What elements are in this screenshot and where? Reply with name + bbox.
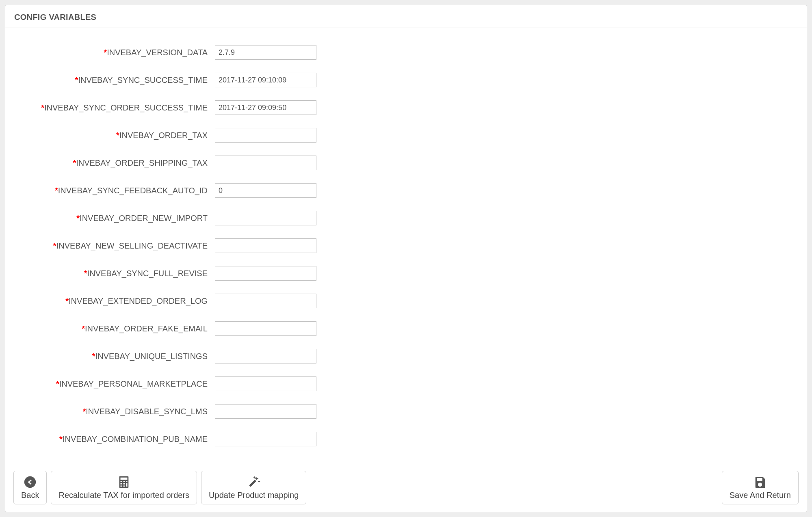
config-label: *INVEBAY_SYNC_FEEDBACK_AUTO_ID (15, 186, 215, 195)
footer-spacer (310, 471, 717, 504)
required-asterisk: * (84, 269, 87, 278)
config-row: *INVEBAY_ORDER_NEW_IMPORT (15, 204, 797, 232)
config-label: *INVEBAY_UNIQUE_LISTINGS (15, 352, 215, 361)
required-asterisk: * (55, 186, 58, 195)
config-row: *INVEBAY_VERSION_DATA (15, 39, 797, 66)
config-input-cell (215, 45, 316, 60)
config-label-text: INVEBAY_VERSION_DATA (107, 48, 208, 57)
config-row: *INVEBAY_DISABLE_SYNC_LMS (15, 398, 797, 425)
config-input-cell (215, 238, 316, 253)
config-input-cell (215, 211, 316, 225)
config-row: *INVEBAY_SYNC_FEEDBACK_AUTO_ID (15, 177, 797, 204)
config-input[interactable] (215, 432, 316, 446)
update-product-mapping-button-label: Update Product mapping (209, 491, 299, 500)
config-label-text: INVEBAY_SYNC_SUCCESS_TIME (78, 76, 208, 84)
calculator-icon (117, 474, 131, 490)
config-label-text: INVEBAY_ORDER_TAX (119, 131, 208, 140)
back-button[interactable]: Back (13, 471, 47, 504)
config-input[interactable] (215, 211, 316, 225)
save-and-return-button[interactable]: Save And Return (722, 471, 799, 504)
config-label: *INVEBAY_SYNC_SUCCESS_TIME (15, 76, 215, 85)
recalculate-tax-button[interactable]: Recalculate TAX for imported orders (51, 471, 197, 504)
config-row: *INVEBAY_SYNC_FULL_REVISE (15, 260, 797, 287)
arrow-left-circle-icon (23, 474, 37, 490)
config-variables-panel: CONFIG VARIABLES *INVEBAY_VERSION_DATA*I… (5, 5, 807, 512)
config-input-cell (215, 321, 316, 336)
required-asterisk: * (104, 48, 107, 57)
required-asterisk: * (59, 435, 63, 443)
config-label: *INVEBAY_VERSION_DATA (15, 48, 215, 57)
config-input[interactable] (215, 73, 316, 87)
config-input-cell (215, 404, 316, 419)
config-row: *INVEBAY_EXTENDED_ORDER_LOG (15, 287, 797, 315)
floppy-disk-icon (753, 474, 767, 490)
config-row: *INVEBAY_ORDER_FAKE_EMAIL (15, 315, 797, 342)
panel-header: CONFIG VARIABLES (5, 5, 807, 28)
required-asterisk: * (92, 352, 95, 361)
config-input[interactable] (215, 183, 316, 198)
config-label-text: INVEBAY_DISABLE_SYNC_LMS (86, 407, 208, 416)
config-label-text: INVEBAY_NEW_SELLING_DEACTIVATE (56, 241, 208, 250)
config-label: *INVEBAY_ORDER_SHIPPING_TAX (15, 158, 215, 168)
required-asterisk: * (65, 296, 69, 305)
config-label-text: INVEBAY_ORDER_SHIPPING_TAX (76, 158, 208, 167)
config-label-text: INVEBAY_UNIQUE_LISTINGS (95, 352, 208, 361)
config-label-text: INVEBAY_SYNC_ORDER_SUCCESS_TIME (44, 103, 208, 112)
config-label: *INVEBAY_ORDER_TAX (15, 131, 215, 140)
config-label-text: INVEBAY_PERSONAL_MARKETPLACE (59, 379, 208, 388)
config-row: *INVEBAY_UNIQUE_LISTINGS (15, 342, 797, 370)
config-label-text: INVEBAY_EXTENDED_ORDER_LOG (69, 296, 208, 305)
config-row: *INVEBAY_ORDER_SHIPPING_TAX (15, 149, 797, 177)
panel-body: *INVEBAY_VERSION_DATA*INVEBAY_SYNC_SUCCE… (5, 28, 807, 464)
config-input[interactable] (215, 128, 316, 143)
config-input[interactable] (215, 349, 316, 363)
config-label: *INVEBAY_SYNC_FULL_REVISE (15, 269, 215, 278)
config-input-cell (215, 376, 316, 391)
required-asterisk: * (82, 324, 85, 333)
config-input-cell (215, 128, 316, 143)
config-input-cell (215, 294, 316, 308)
config-label-text: INVEBAY_SYNC_FULL_REVISE (87, 269, 208, 278)
recalculate-tax-button-label: Recalculate TAX for imported orders (58, 491, 189, 500)
config-input[interactable] (215, 100, 316, 115)
config-row: *INVEBAY_SYNC_ORDER_SUCCESS_TIME (15, 94, 797, 121)
config-input[interactable] (215, 321, 316, 336)
config-input[interactable] (215, 404, 316, 419)
back-button-label: Back (21, 491, 39, 500)
config-label: *INVEBAY_EXTENDED_ORDER_LOG (15, 296, 215, 306)
required-asterisk: * (41, 103, 44, 112)
config-label-text: INVEBAY_ORDER_FAKE_EMAIL (85, 324, 208, 333)
config-input-cell (215, 156, 316, 170)
config-input-cell (215, 73, 316, 87)
config-input[interactable] (215, 156, 316, 170)
config-input[interactable] (215, 376, 316, 391)
config-input-cell (215, 266, 316, 281)
config-input[interactable] (215, 294, 316, 308)
config-input[interactable] (215, 238, 316, 253)
config-label: *INVEBAY_ORDER_FAKE_EMAIL (15, 324, 215, 333)
panel-footer: Back Recalculate TAX for imported orders… (5, 464, 807, 512)
required-asterisk: * (56, 379, 59, 388)
config-label: *INVEBAY_DISABLE_SYNC_LMS (15, 407, 215, 416)
config-label: *INVEBAY_SYNC_ORDER_SUCCESS_TIME (15, 103, 215, 112)
config-input-cell (215, 100, 316, 115)
config-row: *INVEBAY_SYNC_SUCCESS_TIME (15, 66, 797, 94)
config-input-cell (215, 183, 316, 198)
save-and-return-button-label: Save And Return (730, 491, 791, 500)
config-row: *INVEBAY_PERSONAL_MARKETPLACE (15, 370, 797, 398)
config-label-text: INVEBAY_SYNC_FEEDBACK_AUTO_ID (58, 186, 208, 195)
required-asterisk: * (53, 241, 56, 250)
config-label: *INVEBAY_COMBINATION_PUB_NAME (15, 435, 215, 444)
config-input-cell (215, 432, 316, 446)
config-label-text: INVEBAY_ORDER_NEW_IMPORT (80, 214, 208, 223)
required-asterisk: * (76, 214, 80, 223)
config-label: *INVEBAY_ORDER_NEW_IMPORT (15, 214, 215, 223)
config-row: *INVEBAY_NEW_SELLING_DEACTIVATE (15, 232, 797, 260)
magic-wand-icon (247, 474, 261, 490)
config-label: *INVEBAY_NEW_SELLING_DEACTIVATE (15, 241, 215, 251)
config-input[interactable] (215, 266, 316, 281)
config-row: *INVEBAY_COMBINATION_PUB_NAME (15, 425, 797, 453)
panel-title: CONFIG VARIABLES (14, 13, 798, 22)
config-input[interactable] (215, 45, 316, 60)
update-product-mapping-button[interactable]: Update Product mapping (201, 471, 306, 504)
